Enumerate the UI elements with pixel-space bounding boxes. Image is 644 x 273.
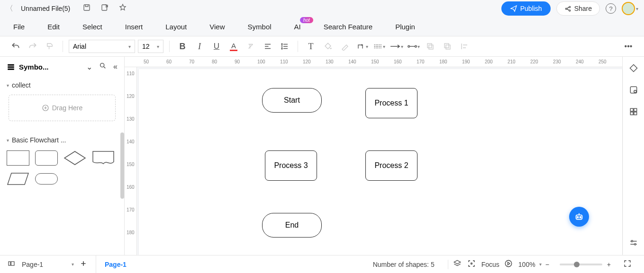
- zoom-slider[interactable]: [560, 264, 602, 265]
- menu-file[interactable]: File: [13, 23, 25, 31]
- fullscreen-icon[interactable]: [623, 259, 632, 269]
- star-icon[interactable]: [118, 3, 127, 14]
- font-value: Arial: [73, 43, 86, 50]
- align-objects-button[interactable]: [457, 39, 472, 53]
- zoom-caret-icon[interactable]: ▾: [539, 262, 542, 267]
- menu-view[interactable]: View: [209, 23, 225, 31]
- avatar-caret-icon[interactable]: ▾: [636, 6, 638, 11]
- export-icon[interactable]: [100, 3, 109, 14]
- menu-layout[interactable]: Layout: [165, 23, 187, 31]
- redo-button[interactable]: [26, 39, 40, 53]
- font-select[interactable]: Arial▾: [69, 40, 135, 53]
- bring-front-button[interactable]: [440, 39, 454, 53]
- line-ends-button[interactable]: ▾: [406, 39, 420, 53]
- search-icon[interactable]: [99, 62, 107, 71]
- svg-point-14: [100, 63, 104, 67]
- layers-icon[interactable]: [453, 259, 462, 269]
- italic-button[interactable]: I: [192, 39, 207, 53]
- shape-diamond[interactable]: [63, 150, 86, 166]
- drag-here-label: Drag Here: [52, 104, 83, 112]
- send-back-button[interactable]: [423, 39, 437, 53]
- menu-symbol[interactable]: Symbol: [248, 23, 272, 31]
- node-end[interactable]: End: [262, 213, 322, 238]
- svg-point-31: [471, 263, 472, 264]
- shape-rounded-rect[interactable]: [35, 150, 58, 166]
- page-select[interactable]: Page-1▾: [22, 261, 74, 268]
- grid-icon[interactable]: [629, 107, 638, 118]
- shape-terminator[interactable]: [35, 173, 58, 185]
- shape-document[interactable]: [92, 150, 115, 166]
- clear-format-button[interactable]: [244, 39, 258, 53]
- line-style-button[interactable]: ▾: [372, 39, 386, 53]
- svg-rect-29: [9, 262, 10, 265]
- back-icon[interactable]: 〈: [6, 4, 13, 14]
- assistant-button[interactable]: [569, 207, 589, 227]
- font-size-select[interactable]: 12▾: [138, 40, 163, 53]
- undo-button[interactable]: [9, 39, 23, 53]
- menu-plugin[interactable]: Plugin: [395, 23, 415, 31]
- svg-rect-23: [630, 108, 633, 111]
- font-color-button[interactable]: A: [227, 39, 241, 53]
- svg-point-20: [580, 217, 581, 218]
- menu-search-feature[interactable]: Search Feature: [324, 23, 372, 31]
- arrow-button[interactable]: ▾: [389, 39, 403, 53]
- share-button[interactable]: Share: [556, 1, 600, 16]
- file-name[interactable]: Unnamed File(5): [21, 5, 70, 12]
- node-start[interactable]: Start: [262, 88, 322, 113]
- share-label: Share: [574, 5, 592, 12]
- line-spacing-button[interactable]: [278, 39, 292, 53]
- node-process-3[interactable]: Process 3: [265, 150, 317, 181]
- plus-icon: [42, 104, 49, 112]
- menu-insert[interactable]: Insert: [125, 23, 143, 31]
- panel-scrollbar[interactable]: [120, 132, 124, 199]
- focus-label[interactable]: Focus: [481, 261, 499, 268]
- vertical-ruler: 110120130140150160170180: [125, 67, 137, 255]
- properties-icon[interactable]: [629, 85, 638, 97]
- more-button[interactable]: •••: [621, 39, 635, 53]
- svg-rect-26: [634, 112, 636, 115]
- menu-ai[interactable]: AIhot: [294, 23, 301, 31]
- shape-parallelogram[interactable]: [7, 171, 29, 186]
- svg-rect-13: [8, 69, 14, 70]
- horizontal-ruler: 5060708090100110120130140150160170180190…: [125, 57, 622, 67]
- settings-icon[interactable]: [629, 238, 638, 249]
- zoom-in-button[interactable]: +: [607, 261, 611, 268]
- line-color-button[interactable]: [338, 39, 352, 53]
- collapse-icon[interactable]: «: [113, 62, 118, 71]
- avatar[interactable]: [622, 2, 635, 15]
- shape-count: Number of shapes: 5: [373, 261, 435, 268]
- theme-icon[interactable]: [629, 63, 638, 75]
- publish-button[interactable]: Publish: [501, 1, 551, 16]
- svg-marker-17: [8, 173, 28, 185]
- text-button[interactable]: T: [304, 39, 318, 53]
- connector-button[interactable]: ▾: [355, 39, 369, 53]
- drag-here-zone[interactable]: Drag Here: [9, 95, 116, 121]
- section-collect[interactable]: ▾collect: [7, 81, 118, 89]
- node-process-2[interactable]: Process 2: [365, 150, 417, 181]
- focus-icon[interactable]: [467, 259, 476, 269]
- section-basic-flowchart[interactable]: ▾Basic Flowchart ...: [7, 136, 118, 144]
- fill-button[interactable]: [321, 39, 335, 53]
- library-icon: [7, 62, 15, 71]
- help-icon[interactable]: ?: [606, 3, 616, 14]
- format-painter-button[interactable]: [43, 39, 57, 53]
- add-page-button[interactable]: [80, 260, 87, 269]
- hot-badge: hot: [300, 17, 313, 23]
- zoom-out-button[interactable]: −: [545, 261, 549, 268]
- underline-button[interactable]: U: [209, 39, 224, 53]
- align-button[interactable]: [261, 39, 275, 53]
- zoom-value[interactable]: 100%: [518, 261, 535, 268]
- shape-rectangle[interactable]: [7, 150, 29, 166]
- node-process-1[interactable]: Process 1: [365, 88, 417, 118]
- menu-select[interactable]: Select: [82, 23, 102, 31]
- menu-edit[interactable]: Edit: [47, 23, 60, 31]
- save-icon[interactable]: [82, 3, 91, 14]
- publish-label: Publish: [520, 5, 542, 12]
- bold-button[interactable]: B: [175, 39, 190, 53]
- expand-icon[interactable]: ⌄: [86, 62, 92, 71]
- canvas[interactable]: Start Process 1 Process 3 Process 2 End: [139, 69, 622, 255]
- page-tab[interactable]: Page-1: [96, 255, 135, 273]
- svg-rect-8: [429, 45, 433, 49]
- present-icon[interactable]: [504, 259, 513, 269]
- outline-icon[interactable]: [7, 260, 16, 269]
